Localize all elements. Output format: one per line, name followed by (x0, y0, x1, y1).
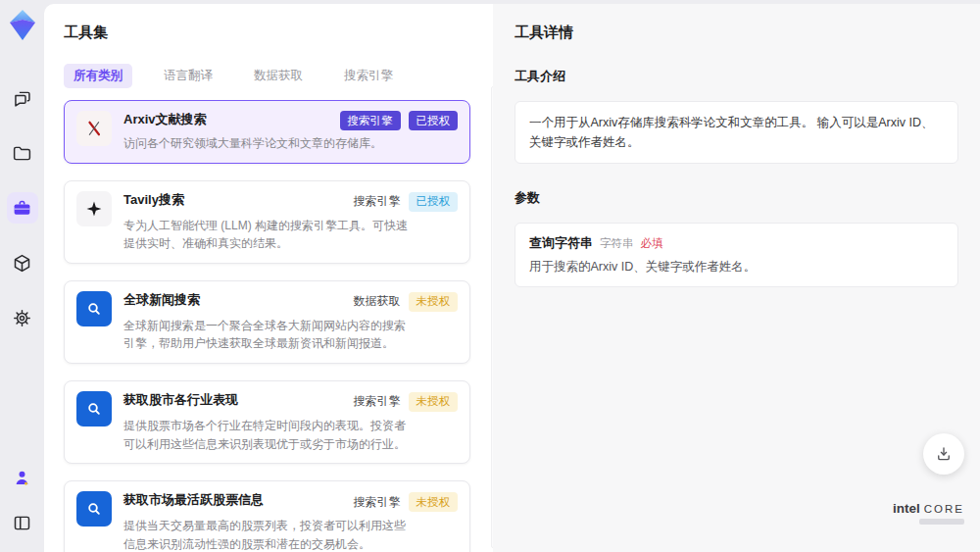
user-icon (12, 468, 32, 488)
sidebar-item-chat[interactable] (7, 82, 38, 114)
auth-badge: 已授权 (409, 111, 459, 130)
app-logo-icon (6, 8, 39, 43)
main-surface: 工具集 所有类别 语言翻译 数据获取 搜索引擎 Arxiv文献搜索 (44, 4, 980, 552)
sidebar-item-packages[interactable] (7, 247, 38, 278)
auth-badge: 未授权 (409, 292, 459, 312)
tool-description: 提供当天交易量最高的股票列表，投资者可以利用这些信息来识别流动性强的股票和潜在的… (123, 517, 410, 552)
category-badge: 搜索引擎 (354, 391, 401, 413)
param-description: 用于搜索的Arxiv ID、关键字或作者姓名。 (529, 259, 944, 276)
brand-intel-text: intel (893, 501, 920, 516)
chat-icon (12, 88, 32, 109)
sidebar-item-tools[interactable] (7, 192, 38, 224)
sidebar-item-settings[interactable] (7, 302, 38, 333)
tab-all-categories[interactable]: 所有类别 (64, 64, 132, 88)
folder-icon (12, 143, 32, 164)
auth-badge: 未授权 (409, 392, 459, 412)
toolbox-icon (12, 198, 32, 219)
intro-text: 一个用于从Arxiv存储库搜索科学论文和文章的工具。 输入可以是Arxiv ID… (529, 113, 944, 152)
tool-name: Arxiv文献搜索 (123, 111, 207, 128)
sidebar-item-account[interactable] (7, 462, 38, 493)
params-heading: 参数 (514, 189, 958, 207)
left-rail (0, 0, 44, 552)
tool-cards: Arxiv文献搜索 搜索引擎 已授权 访问各个研究领域大量科学论文和文章的存储库… (64, 100, 470, 552)
tool-description: 全球新闻搜索是一个聚合全球各大新闻网站内容的搜索引擎，帮助用户快速获取全球最新资… (123, 317, 410, 353)
auth-badge: 已授权 (409, 192, 459, 212)
param-type: 字符串 (600, 236, 634, 251)
tool-description: 访问各个研究领域大量科学论文和文章的存储库。 (123, 134, 410, 153)
tool-name: 全球新闻搜索 (123, 291, 200, 309)
category-tabs: 所有类别 语言翻译 数据获取 搜索引擎 (64, 64, 495, 88)
sparkle-icon (76, 191, 112, 226)
tool-card-sector-performance[interactable]: 获取股市各行业表现 搜索引擎 未授权 提供股票市场各个行业在特定时间段内的表现。… (64, 380, 470, 464)
cube-icon (12, 253, 32, 274)
sidebar-item-panel-toggle[interactable] (7, 507, 38, 538)
intro-heading: 工具介绍 (514, 68, 958, 85)
blue-search-icon (76, 391, 112, 427)
blue-search-icon (76, 291, 112, 326)
download-button[interactable] (923, 433, 964, 475)
intro-box: 一个用于从Arxiv存储库搜索科学论文和文章的工具。 输入可以是Arxiv ID… (514, 101, 958, 164)
category-badge: 搜索引擎 (354, 491, 401, 513)
tool-name: 获取股市各行业表现 (123, 391, 238, 409)
param-required-badge: 必填 (641, 236, 663, 251)
auth-badge: 未授权 (409, 492, 459, 512)
tool-description: 专为人工智能代理 (LLM) 构建的搜索引擎工具。可快速提供实时、准确和真实的结… (123, 217, 410, 253)
tool-name: 获取市场最活跃股票信息 (123, 491, 264, 509)
page-title: 工具集 (64, 24, 495, 42)
category-badge: 数据获取 (354, 291, 401, 313)
tool-detail-panel: 工具详情 工具介绍 一个用于从Arxiv存储库搜索科学论文和文章的工具。 输入可… (493, 4, 980, 552)
tool-card-tavily[interactable]: Tavily搜索 搜索引擎 已授权 专为人工智能代理 (LLM) 构建的搜索引擎… (64, 180, 470, 264)
intel-core-logo: intel CORE (893, 501, 964, 525)
category-badge: 搜索引擎 (354, 191, 401, 213)
brand-subtext-blur (919, 519, 964, 525)
blue-search-icon (76, 491, 112, 527)
param-box: 查询字符串 字符串 必填 用于搜索的Arxiv ID、关键字或作者姓名。 (514, 223, 958, 287)
gear-icon (12, 308, 32, 328)
download-icon (935, 445, 953, 463)
detail-title: 工具详情 (514, 24, 958, 42)
tool-list-panel: 工具集 所有类别 语言翻译 数据获取 搜索引擎 Arxiv文献搜索 (64, 4, 495, 552)
tab-search-engine[interactable]: 搜索引擎 (334, 64, 403, 88)
sidebar-item-files[interactable] (7, 137, 38, 169)
tool-name: Tavily搜索 (123, 191, 184, 209)
tool-card-most-active-stocks[interactable]: 获取市场最活跃股票信息 搜索引擎 未授权 提供当天交易量最高的股票列表，投资者可… (64, 480, 470, 552)
tool-card-global-news[interactable]: 全球新闻搜索 数据获取 未授权 全球新闻搜索是一个聚合全球各大新闻网站内容的搜索… (64, 280, 470, 364)
tab-language-translation[interactable]: 语言翻译 (154, 64, 222, 88)
param-name: 查询字符串 (529, 234, 593, 252)
arxiv-icon (76, 111, 112, 146)
tool-description: 提供股票市场各个行业在特定时间段内的表现。投资者可以利用这些信息来识别表现优于或… (123, 417, 410, 453)
tab-data-fetch[interactable]: 数据获取 (244, 64, 313, 88)
panel-icon (12, 513, 32, 533)
brand-core-text: CORE (924, 503, 964, 515)
tool-card-arxiv[interactable]: Arxiv文献搜索 搜索引擎 已授权 访问各个研究领域大量科学论文和文章的存储库… (64, 100, 470, 164)
category-badge: 搜索引擎 (340, 111, 401, 130)
